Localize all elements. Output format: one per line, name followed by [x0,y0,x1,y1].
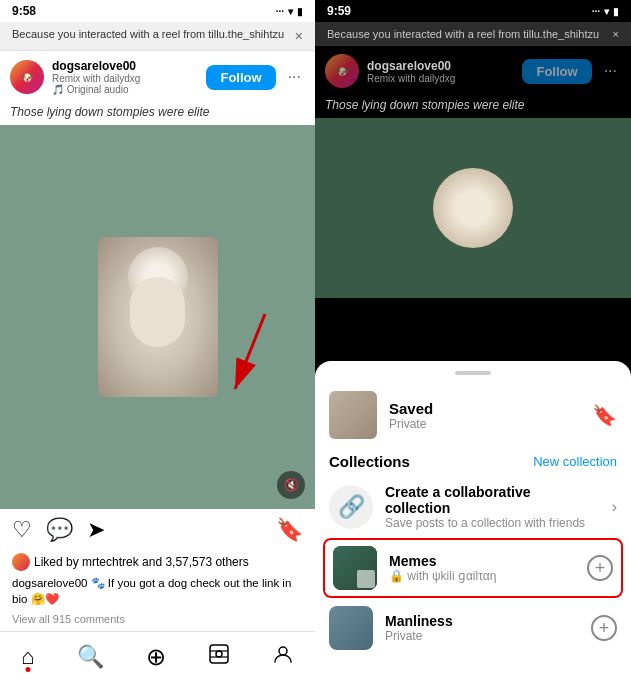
right-video-area [315,118,631,298]
collab-icon: 🔗 [329,485,373,529]
battery-icon: ▮ [297,6,303,17]
comment-icon[interactable]: 💬 [46,517,73,543]
svg-point-3 [216,651,222,657]
svg-point-6 [279,647,287,655]
left-post-actions: ♡ 💬 ➤ 🔖 [0,509,315,551]
wifi-icon: ▾ [288,6,293,17]
view-comments[interactable]: View all 915 comments [0,611,315,631]
memes-collection-sub: 🔒 with ψkili ɡαilταη [389,569,575,583]
chevron-right-icon: › [612,498,617,516]
nav-add-icon[interactable]: ⊕ [146,643,166,671]
right-avatar: 🐶 [325,54,359,88]
nav-search-icon[interactable]: 🔍 [77,644,104,670]
left-video-area: 🔇 [0,125,315,509]
likes-row: Liked by mrtechtrek and 3,57,573 others [0,551,315,573]
left-post-caption-top: Those lying down stompies were elite [0,103,315,125]
save-sheet: Saved Private 🔖 Collections New collecti… [315,361,631,681]
left-user-info: dogsarelove00 Remix with dailydxg 🎵 Orig… [52,59,198,95]
left-panel: 9:58 ··· ▾ ▮ Because you interacted with… [0,0,315,681]
right-status-bar: 9:59 ··· ▾ ▮ [315,0,631,22]
right-post-header: 🐶 dogsarelove00 Remix with dailydxg Foll… [315,46,631,96]
right-status-icons: ··· ▾ ▮ [592,6,619,17]
left-more-button[interactable]: ··· [284,68,305,86]
left-remix: Remix with dailydxg [52,73,198,84]
sheet-handle [455,371,491,375]
caption-row: dogsarelove00 🐾 If you got a dog check o… [0,573,315,611]
collab-collection-sub: Save posts to a collection with friends [385,516,600,530]
manliness-collection-name: Manliness [385,613,579,629]
collections-header: Collections New collection [315,447,631,476]
right-notification-text: Because you interacted with a reel from … [327,28,599,40]
saved-thumbnail [329,391,377,439]
right-username: dogsarelove00 [367,59,514,73]
manliness-collection-info: Manliness Private [385,613,579,643]
mute-icon[interactable]: 🔇 [277,471,305,499]
right-signal-icon: ··· [592,6,600,17]
saved-sub: Private [389,417,580,431]
right-notification-banner: Because you interacted with a reel from … [315,22,631,46]
memes-add-button[interactable]: + [587,555,613,581]
collab-collection-info: Create a collaborative collection Save p… [385,484,600,530]
left-status-icons: ··· ▾ ▮ [276,6,303,17]
left-notification-banner: Because you interacted with a reel from … [0,22,315,51]
right-more-button[interactable]: ··· [600,62,621,80]
left-bottom-nav: ⌂ 🔍 ⊕ [0,631,315,681]
new-collection-button[interactable]: New collection [533,454,617,469]
nav-profile-icon[interactable] [272,643,294,671]
nav-reels-icon[interactable] [208,643,230,671]
saved-label: Saved Private [389,400,580,431]
nav-home-icon[interactable]: ⌂ [21,644,34,670]
left-follow-button[interactable]: Follow [206,65,275,90]
saved-title: Saved [389,400,580,417]
like-icon[interactable]: ♡ [12,517,32,543]
memes-collection-info: Memes 🔒 with ψkili ɡαilταη [389,553,575,583]
manliness-collection-item[interactable]: Manliness Private + [315,598,631,658]
left-audio: 🎵 Original audio [52,84,198,95]
svg-line-1 [235,314,265,389]
right-panel: 9:59 ··· ▾ ▮ Because you interacted with… [315,0,631,681]
collab-collection-item[interactable]: 🔗 Create a collaborative collection Save… [315,476,631,538]
nav-dot [25,667,30,672]
share-icon[interactable]: ➤ [87,517,105,543]
right-wifi-icon: ▾ [604,6,609,17]
save-icon[interactable]: 🔖 [276,517,303,543]
likes-text: Liked by mrtechtrek and 3,57,573 others [34,555,249,569]
right-post-caption: Those lying down stompies were elite [315,96,631,118]
right-remix: Remix with dailydxg [367,73,514,84]
manliness-collection-sub: Private [385,629,579,643]
collab-collection-name: Create a collaborative collection [385,484,600,516]
memes-collection-name: Memes [389,553,575,569]
saved-row[interactable]: Saved Private 🔖 [315,383,631,447]
right-user-info: dogsarelove00 Remix with dailydxg [367,59,514,84]
collections-title: Collections [329,453,410,470]
svg-rect-2 [210,645,228,663]
likes-avatar [12,553,30,571]
right-follow-button[interactable]: Follow [522,59,591,84]
left-post-header: 🐶 dogsarelove00 Remix with dailydxg 🎵 Or… [0,51,315,103]
right-battery-icon: ▮ [613,6,619,17]
right-time: 9:59 [327,4,351,18]
manliness-add-button[interactable]: + [591,615,617,641]
signal-icon: ··· [276,6,284,17]
left-close-button[interactable]: × [295,28,303,44]
right-close-button[interactable]: × [613,28,619,40]
memes-thumbnail [333,546,377,590]
left-notification-text: Because you interacted with a reel from … [12,28,284,40]
left-avatar: 🐶 [10,60,44,94]
manliness-thumbnail [329,606,373,650]
bookmark-icon: 🔖 [592,403,617,427]
left-dog-image [98,237,218,397]
memes-collection-item[interactable]: Memes 🔒 with ψkili ɡαilταη + [323,538,623,598]
left-time: 9:58 [12,4,36,18]
left-status-bar: 9:58 ··· ▾ ▮ [0,0,315,22]
left-username[interactable]: dogsarelove00 [52,59,198,73]
